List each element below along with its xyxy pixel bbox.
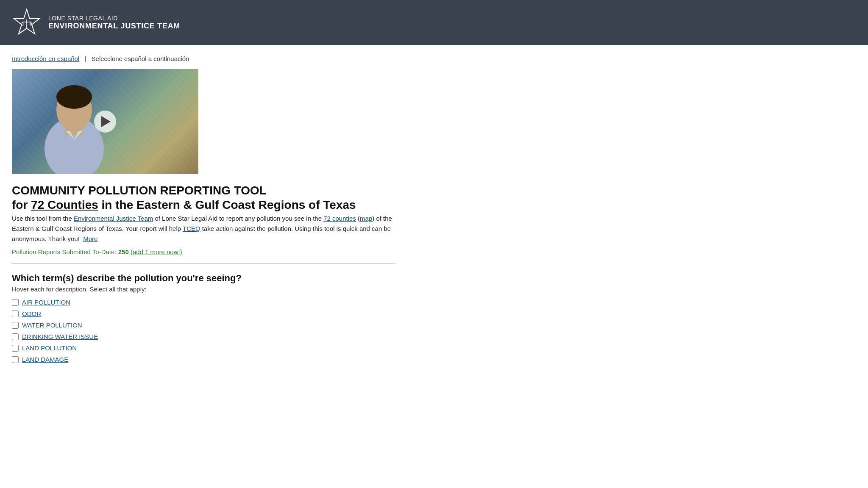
pollution-type-section: Which term(s) describe the pollution you… (12, 273, 395, 363)
submitted-number: 250 (118, 248, 129, 255)
desc-mid: of Lone Star Legal Aid to report any pol… (155, 215, 322, 222)
checkbox-drinking-water-issue[interactable] (12, 333, 19, 340)
checkbox-land-damage[interactable] (12, 356, 19, 363)
list-item: AIR POLLUTION (12, 299, 395, 306)
main-content: Introducción en español | Seleccione esp… (0, 45, 407, 377)
map-link[interactable]: map (360, 215, 372, 222)
ej-team-link[interactable]: Environmental Justice Team (74, 215, 153, 222)
language-bar: Introducción en español | Seleccione esp… (12, 55, 395, 62)
checkbox-odor[interactable] (12, 311, 19, 317)
tceq-link[interactable]: TCEQ (183, 225, 200, 232)
play-button[interactable] (94, 111, 116, 133)
add-one-link[interactable]: (add 1 more now!) (131, 248, 182, 255)
checkbox-land-pollution[interactable] (12, 345, 19, 352)
header-org-name: LONE STAR LEGAL AID ENVIRONMENTAL JUSTIC… (48, 15, 180, 30)
label-air-pollution[interactable]: AIR POLLUTION (22, 299, 70, 306)
tool-title: COMMUNITY POLLUTION REPORTING TOOL for 7… (12, 183, 395, 212)
list-item: LAND POLLUTION (12, 344, 395, 352)
label-land-damage[interactable]: LAND DAMAGE (22, 356, 68, 363)
site-logo (12, 8, 42, 37)
video-thumbnail[interactable] (12, 69, 198, 174)
more-link[interactable]: More (83, 235, 97, 242)
title-for: for (12, 198, 28, 211)
title-suffix: in the Eastern & Gulf Coast Regions of T… (102, 198, 356, 211)
list-item: DRINKING WATER ISSUE (12, 333, 395, 340)
checkbox-water-pollution[interactable] (12, 322, 19, 329)
spanish-intro-link[interactable]: Introducción en español (12, 55, 79, 62)
submitted-count-bar: Pollution Reports Submitted To-Date: 250… (12, 248, 395, 255)
checkbox-air-pollution[interactable] (12, 299, 19, 306)
section-divider (12, 263, 395, 263)
list-item: LAND DAMAGE (12, 356, 395, 363)
site-header: LONE STAR LEGAL AID ENVIRONMENTAL JUSTIC… (0, 0, 868, 45)
list-item: WATER POLLUTION (12, 322, 395, 329)
link-water-pollution[interactable]: WATER POLLUTION (22, 322, 82, 329)
lang-separator: | (84, 55, 86, 62)
form-question-title: Which term(s) describe the pollution you… (12, 273, 395, 284)
label-land-pollution[interactable]: LAND POLLUTION (22, 344, 77, 352)
tool-description: Use this tool from the Environmental Jus… (12, 214, 395, 244)
link-drinking-water-issue[interactable]: DRINKING WATER ISSUE (22, 333, 98, 340)
link-land-damage[interactable]: LAND DAMAGE (22, 356, 68, 363)
header-line2: ENVIRONMENTAL JUSTICE TEAM (48, 22, 180, 30)
link-odor[interactable]: ODOR (22, 310, 41, 317)
label-water-pollution[interactable]: WATER POLLUTION (22, 322, 82, 329)
form-instruction: Hover each for description. Select all t… (12, 286, 395, 293)
label-drinking-water-issue[interactable]: DRINKING WATER ISSUE (22, 333, 98, 340)
link-land-pollution[interactable]: LAND POLLUTION (22, 344, 77, 352)
list-item: ODOR (12, 310, 395, 317)
link-air-pollution[interactable]: AIR POLLUTION (22, 299, 70, 306)
lang-note: Seleccione español a continuación (92, 55, 189, 62)
header-line1: LONE STAR LEGAL AID (48, 15, 180, 22)
counties-link-desc[interactable]: 72 counties (323, 215, 356, 222)
svg-point-5 (56, 85, 92, 109)
pollution-type-list: AIR POLLUTIONODORWATER POLLUTIONDRINKING… (12, 299, 395, 363)
label-odor[interactable]: ODOR (22, 310, 41, 317)
counties-link-title[interactable]: 72 Counties (31, 198, 98, 211)
submitted-label: Pollution Reports Submitted To-Date: (12, 248, 117, 255)
